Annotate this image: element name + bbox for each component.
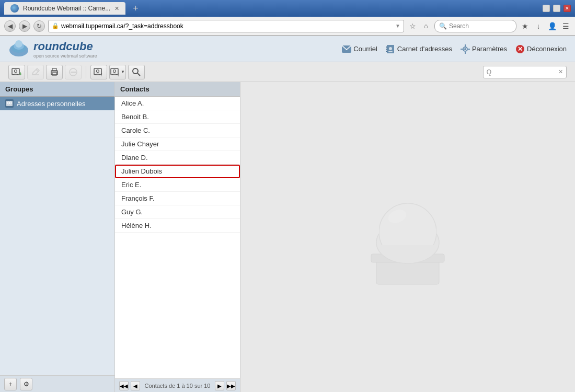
logo-area: roundcube open source webmail software <box>8 39 97 60</box>
contact-item[interactable]: Carole C. <box>115 124 240 137</box>
export-button[interactable]: ↓ ▼ <box>109 65 126 79</box>
url-input[interactable] <box>61 22 393 30</box>
edit-contact-button[interactable] <box>27 65 44 79</box>
nav-parametres[interactable]: Paramètres <box>461 44 507 54</box>
export-dropdown-arrow: ▼ <box>121 70 125 74</box>
contact-item[interactable]: Hélène H. <box>115 219 240 233</box>
back-button[interactable]: ◀ <box>4 20 16 32</box>
nav-parametres-label: Paramètres <box>472 45 507 53</box>
browser-search-bar[interactable]: 🔍 <box>434 20 516 32</box>
nav-courriel[interactable]: Courriel <box>342 45 377 53</box>
svg-rect-15 <box>461 49 463 50</box>
close-button[interactable]: ✕ <box>564 5 571 12</box>
nav-deconnexion[interactable]: ✕ Déconnexion <box>515 44 567 54</box>
nav-carnet[interactable]: Carnet d'adresses <box>386 45 452 53</box>
contacts-panel: Contacts Alice A. Benoit B. Carole C. Ju… <box>115 82 240 392</box>
toolbar-separator-1 <box>86 66 86 78</box>
nav-bar: ◀ ▶ ↻ 🔒 ▼ ☆ ⌂ 🔍 ★ ↓ 👤 ☰ <box>0 17 575 36</box>
search-icon <box>132 67 141 77</box>
contact-item[interactable]: Diane D. <box>115 151 240 165</box>
toolbar-left: + <box>8 65 145 79</box>
nav-deconnexion-label: Déconnexion <box>527 45 567 53</box>
download-icon[interactable]: ↓ <box>533 21 544 31</box>
avatar-placeholder <box>355 185 460 290</box>
print-icon <box>50 67 59 77</box>
contact-search-input[interactable] <box>493 68 556 76</box>
contact-detail <box>240 82 575 392</box>
maximize-button[interactable] <box>553 5 560 12</box>
svg-point-20 <box>15 70 17 72</box>
header-nav: Courriel Carnet d'adresses <box>342 44 567 54</box>
svg-text:↑: ↑ <box>100 72 103 77</box>
tab-favicon <box>10 4 19 13</box>
contact-item[interactable]: Julie Chayer <box>115 137 240 151</box>
contact-item-highlighted[interactable]: Julien Dubois <box>115 165 240 178</box>
toolbar: + <box>0 62 575 82</box>
browser-tab[interactable]: Roundcube Webmail :: Carne... ✕ <box>4 2 125 15</box>
search-toggle-button[interactable] <box>128 65 145 79</box>
pagination-prev[interactable]: ◀ <box>131 381 140 390</box>
new-tab-button[interactable]: + <box>130 2 142 15</box>
sidebar-item-personal[interactable]: Adresses personnelles <box>0 97 114 110</box>
svg-point-27 <box>56 72 58 73</box>
logo-text: roundcube open source webmail software <box>33 40 97 59</box>
pagination-first[interactable]: ◀◀ <box>119 381 129 390</box>
pagination-last[interactable]: ▶▶ <box>226 381 236 390</box>
group-options-button[interactable]: ⚙ <box>20 378 32 390</box>
svg-line-37 <box>137 73 140 76</box>
minimize-button[interactable] <box>543 5 550 12</box>
browser-chrome: Roundcube Webmail :: Carne... ✕ + ✕ ◀ ▶ … <box>0 0 575 36</box>
settings-icon <box>461 44 470 54</box>
contact-item[interactable]: François F. <box>115 192 240 205</box>
group-icon <box>5 99 14 108</box>
reload-button[interactable]: ↻ <box>33 20 45 32</box>
logo-icon <box>8 39 29 60</box>
address-dropdown-icon[interactable]: ▼ <box>395 23 400 29</box>
browser-search-input[interactable] <box>449 22 512 30</box>
menu-icon[interactable]: ☰ <box>560 21 571 31</box>
svg-text:✕: ✕ <box>518 45 523 53</box>
print-button[interactable] <box>46 65 63 79</box>
contact-item[interactable]: Alice A. <box>115 97 240 110</box>
toolbar-right: Q ✕ <box>483 66 567 78</box>
svg-rect-8 <box>386 51 387 52</box>
forward-button[interactable]: ▶ <box>19 20 30 32</box>
avatar-svg <box>355 185 460 290</box>
tab-close[interactable]: ✕ <box>114 5 119 12</box>
contacts-icon <box>386 45 395 53</box>
add-contact-button[interactable]: + <box>8 65 25 79</box>
sidebar-content: Adresses personnelles <box>0 97 114 375</box>
contact-item[interactable]: Eric E. <box>115 178 240 192</box>
app-header: roundcube open source webmail software C… <box>0 36 575 62</box>
delete-button[interactable] <box>65 65 82 79</box>
import-button[interactable]: ↑ <box>90 65 107 79</box>
delete-icon <box>68 67 78 77</box>
contact-search-bar[interactable]: Q ✕ <box>483 66 567 78</box>
pagination-next[interactable]: ▶ <box>215 381 224 390</box>
logo-name: roundcube <box>33 40 97 53</box>
clear-search-icon[interactable]: ✕ <box>558 68 563 75</box>
user-icon[interactable]: 👤 <box>547 21 557 31</box>
add-group-button[interactable]: + <box>4 378 17 390</box>
search-contact-icon: Q <box>487 68 491 76</box>
contact-item[interactable]: Benoit B. <box>115 110 240 124</box>
contact-item[interactable]: Guy G. <box>115 205 240 219</box>
nav-icons: ★ ↓ 👤 ☰ <box>520 21 571 31</box>
svg-rect-14 <box>465 52 466 54</box>
star-icon[interactable]: ★ <box>520 21 530 31</box>
app-container: roundcube open source webmail software C… <box>0 36 575 392</box>
sidebar-item-label: Adresses personnelles <box>17 100 86 108</box>
title-bar: Roundcube Webmail :: Carne... ✕ + ✕ <box>0 0 575 17</box>
home-icon[interactable]: ⌂ <box>421 21 431 31</box>
svg-text:↓: ↓ <box>117 72 120 77</box>
address-icon: 🔒 <box>52 22 59 29</box>
import-icon: ↑ <box>94 67 104 77</box>
tab-title: Roundcube Webmail :: Carne... <box>23 5 110 12</box>
svg-rect-13 <box>465 44 466 47</box>
nav-courriel-label: Courriel <box>353 45 377 53</box>
address-bar[interactable]: 🔒 ▼ <box>48 20 404 32</box>
logo-subtitle: open source webmail software <box>33 53 97 59</box>
svg-point-12 <box>464 48 466 50</box>
edit-icon <box>31 67 40 77</box>
bookmark-icon[interactable]: ☆ <box>407 21 418 31</box>
